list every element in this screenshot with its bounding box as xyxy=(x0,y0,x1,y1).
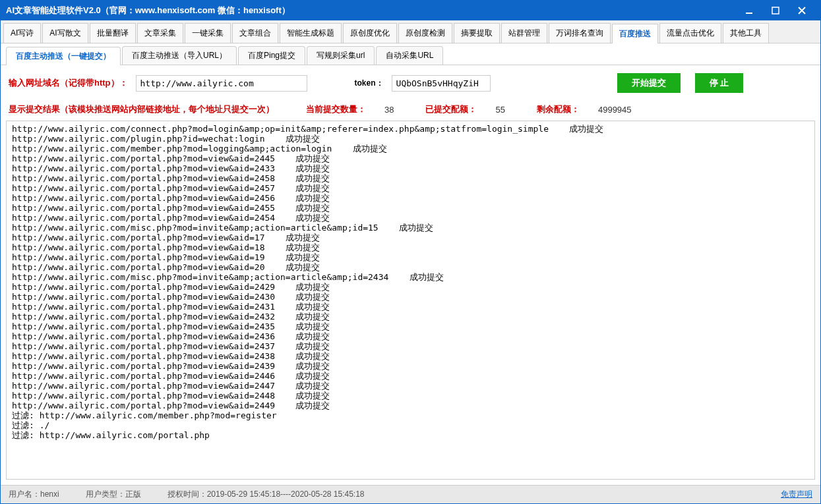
main-tab-3[interactable]: 文章采集 xyxy=(137,23,183,43)
main-tab-0[interactable]: AI写诗 xyxy=(3,23,41,43)
log-line: http://www.ailyric.com/misc.php?mod=invi… xyxy=(12,223,809,233)
main-tab-13[interactable]: 流量点击优化 xyxy=(659,23,721,43)
log-line: http://www.ailyric.com/portal.php?mod=vi… xyxy=(12,262,809,272)
log-line: http://www.ailyric.com/portal.php?mod=vi… xyxy=(12,163,809,173)
log-line: http://www.ailyric.com/portal.php?mod=vi… xyxy=(12,341,809,351)
result-label: 显示提交结果（该模块推送网站内部链接地址，每个地址只提交一次） xyxy=(9,103,274,115)
main-tab-7[interactable]: 原创度优化 xyxy=(343,23,397,43)
log-line: http://www.ailyric.com/portal.php?mod=vi… xyxy=(12,173,809,183)
log-line: http://www.ailyric.com/portal.php?mod=vi… xyxy=(12,282,809,292)
main-tab-11[interactable]: 万词排名查询 xyxy=(549,23,611,43)
sub-tab-4[interactable]: 自动采集URL xyxy=(376,46,443,65)
log-line: http://www.ailyric.com/plugin.php?id=wec… xyxy=(12,134,809,144)
log-line: 过滤: http://www.ailyric.com/portal.php xyxy=(12,430,809,440)
log-line: http://www.ailyric.com/member.php?mod=lo… xyxy=(12,144,809,154)
main-tab-12[interactable]: 百度推送 xyxy=(612,24,658,43)
log-line: http://www.ailyric.com/portal.php?mod=vi… xyxy=(12,233,809,242)
current-count-label: 当前提交数量： xyxy=(306,103,366,115)
status-auth-time: 授权时间：2019-05-29 15:45:18----2020-05-28 1… xyxy=(167,489,365,500)
window-controls xyxy=(736,1,815,20)
log-line: http://www.ailyric.com/portal.php?mod=vi… xyxy=(12,322,809,331)
disclaimer-link[interactable]: 免责声明 xyxy=(781,489,812,500)
maximize-button[interactable] xyxy=(762,1,789,20)
current-count-value: 38 xyxy=(384,105,394,115)
log-line: http://www.ailyric.com/portal.php?mod=vi… xyxy=(12,312,809,322)
log-line: http://www.ailyric.com/portal.php?mod=vi… xyxy=(12,381,809,391)
app-window: AI文章智能处理软件V2.0（官网：www.henxisoft.com 微信：h… xyxy=(0,0,821,504)
main-tab-9[interactable]: 摘要提取 xyxy=(454,23,500,43)
token-label: token： xyxy=(355,78,384,89)
start-submit-button[interactable]: 开始提交 xyxy=(617,73,681,93)
log-line: http://www.ailyric.com/connect.php?mod=l… xyxy=(12,124,809,134)
submitted-quota-value: 55 xyxy=(495,105,504,115)
submitted-quota-label: 已提交配额： xyxy=(425,103,477,115)
close-button[interactable] xyxy=(789,1,815,20)
main-tabs: AI写诗AI写散文批量翻译文章采集一键采集文章组合智能生成标题原创度优化原创度检… xyxy=(1,20,820,43)
remain-quota-value: 4999945 xyxy=(598,105,632,115)
main-tab-5[interactable]: 文章组合 xyxy=(232,23,278,43)
log-line: http://www.ailyric.com/portal.php?mod=vi… xyxy=(12,401,809,410)
log-line: http://www.ailyric.com/portal.php?mod=vi… xyxy=(12,331,809,341)
app-title: AI文章智能处理软件V2.0（官网：www.henxisoft.com 微信：h… xyxy=(6,5,736,16)
log-line: http://www.ailyric.com/portal.php?mod=vi… xyxy=(12,242,809,252)
titlebar: AI文章智能处理软件V2.0（官网：www.henxisoft.com 微信：h… xyxy=(1,1,820,20)
log-line: http://www.ailyric.com/portal.php?mod=vi… xyxy=(12,193,809,203)
main-tab-2[interactable]: 批量翻译 xyxy=(90,23,136,43)
sub-tab-2[interactable]: 百度Ping提交 xyxy=(238,46,305,65)
main-tab-10[interactable]: 站群管理 xyxy=(501,23,547,43)
log-line: http://www.ailyric.com/portal.php?mod=vi… xyxy=(12,154,809,163)
main-tab-6[interactable]: 智能生成标题 xyxy=(280,23,342,43)
log-line: http://www.ailyric.com/portal.php?mod=vi… xyxy=(12,361,809,371)
log-line: http://www.ailyric.com/portal.php?mod=vi… xyxy=(12,252,809,262)
input-row: 输入网址域名（记得带http）： token： 开始提交 停 止 xyxy=(1,65,820,101)
status-usertype: 用户类型：正版 xyxy=(86,489,141,500)
statusbar: 用户名：henxi 用户类型：正版 授权时间：2019-05-29 15:45:… xyxy=(1,485,820,503)
remain-quota-label: 剩余配额： xyxy=(537,103,580,115)
log-line: 过滤: http://www.ailyric.com/member.php?mo… xyxy=(12,410,809,420)
log-line: http://www.ailyric.com/portal.php?mod=vi… xyxy=(12,302,809,312)
log-line: http://www.ailyric.com/portal.php?mod=vi… xyxy=(12,292,809,302)
main-tab-1[interactable]: AI写散文 xyxy=(42,23,88,43)
log-output[interactable]: http://www.ailyric.com/connect.php?mod=l… xyxy=(6,121,815,480)
log-line: http://www.ailyric.com/portal.php?mod=vi… xyxy=(12,203,809,213)
stop-button[interactable]: 停 止 xyxy=(695,73,744,93)
sub-tabs: 百度主动推送（一键提交）百度主动推送（导入URL）百度Ping提交写规则采集ur… xyxy=(1,43,820,65)
url-input[interactable] xyxy=(136,75,307,92)
url-label: 输入网址域名（记得带http）： xyxy=(9,77,128,89)
log-line: http://www.ailyric.com/misc.php?mod=invi… xyxy=(12,272,809,282)
log-line: http://www.ailyric.com/portal.php?mod=vi… xyxy=(12,391,809,401)
main-tab-14[interactable]: 其他工具 xyxy=(723,23,769,43)
sub-tab-1[interactable]: 百度主动推送（导入URL） xyxy=(122,46,237,65)
log-line: http://www.ailyric.com/portal.php?mod=vi… xyxy=(12,351,809,361)
svg-rect-1 xyxy=(772,7,779,14)
main-tab-8[interactable]: 原创度检测 xyxy=(398,23,452,43)
log-line: http://www.ailyric.com/portal.php?mod=vi… xyxy=(12,213,809,223)
token-input[interactable] xyxy=(392,75,491,92)
sub-tab-0[interactable]: 百度主动推送（一键提交） xyxy=(6,47,121,65)
status-username: 用户名：henxi xyxy=(9,489,59,500)
log-line: http://www.ailyric.com/portal.php?mod=vi… xyxy=(12,183,809,193)
stats-row: 显示提交结果（该模块推送网站内部链接地址，每个地址只提交一次） 当前提交数量： … xyxy=(1,101,820,121)
log-line: 过滤: ./ xyxy=(12,420,809,430)
sub-tab-3[interactable]: 写规则采集url xyxy=(307,46,375,65)
main-tab-4[interactable]: 一键采集 xyxy=(185,23,231,43)
log-line: http://www.ailyric.com/portal.php?mod=vi… xyxy=(12,371,809,381)
minimize-button[interactable] xyxy=(736,1,762,20)
